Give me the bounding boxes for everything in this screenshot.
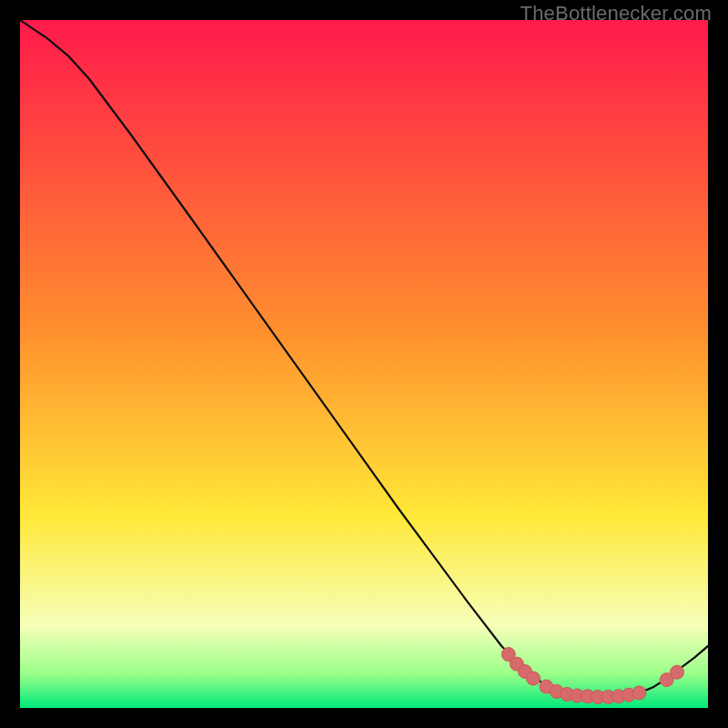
- chart-stage: TheBottlenecker.com: [0, 0, 728, 728]
- chart-svg: [20, 20, 708, 708]
- highlight-dot: [670, 665, 683, 679]
- chart-plot-area: [20, 20, 708, 708]
- highlight-dot: [632, 686, 646, 700]
- highlight-dot: [526, 672, 540, 685]
